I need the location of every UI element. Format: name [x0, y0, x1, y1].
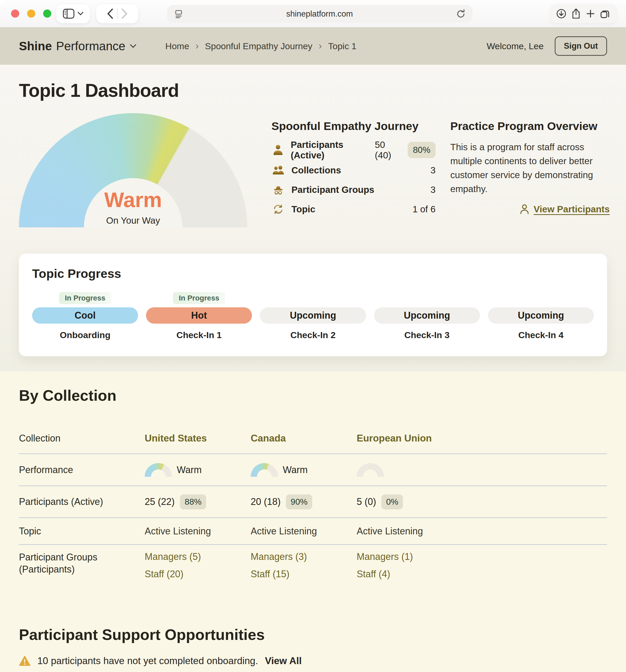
- column-header-eu[interactable]: European Union: [357, 433, 607, 444]
- stage-pill-hot[interactable]: Hot: [146, 307, 252, 323]
- sign-out-button[interactable]: Sign Out: [555, 36, 607, 56]
- tab-overview-icon[interactable]: [600, 8, 611, 19]
- back-button[interactable]: [106, 8, 114, 19]
- new-tab-icon[interactable]: [586, 9, 595, 18]
- group-link[interactable]: Staff (15): [251, 569, 357, 580]
- row-label: Performance: [19, 464, 122, 476]
- stage-pill-upcoming[interactable]: Upcoming: [374, 307, 480, 323]
- participants-pct-badge: 88%: [180, 495, 206, 509]
- brand-menu[interactable]: Shine Performance: [19, 39, 136, 53]
- downloads-icon[interactable]: [556, 8, 567, 19]
- incognito-icon: [271, 184, 285, 196]
- stat-badge: 80%: [408, 142, 435, 158]
- support-message: 10 participants have not yet completed o…: [37, 655, 258, 667]
- topic-progress-card: Topic Progress In Progress Cool Onboardi…: [19, 254, 607, 356]
- stat-row-groups: Participant Groups 3: [271, 180, 435, 199]
- repeat-icon: [271, 203, 285, 215]
- participants-cell-us: 25 (22) 88%: [145, 495, 251, 509]
- topic-progress-title: Topic Progress: [32, 266, 594, 282]
- brand-name-primary: Shine: [19, 39, 52, 53]
- journey-stats: Spoonful Empathy Journey Participants (A…: [271, 120, 435, 219]
- stage-pill-upcoming[interactable]: Upcoming: [260, 307, 366, 323]
- overview-title: Practice Program Overview: [450, 120, 610, 133]
- brand-name-secondary: Performance: [56, 39, 125, 53]
- row-label: Topic: [19, 525, 122, 537]
- table-row-groups: Participant Groups (Participants) Manage…: [19, 545, 607, 591]
- browser-chrome: shineplatform.com: [0, 0, 626, 27]
- performance-label: Warm: [177, 464, 202, 476]
- browser-window: shineplatform.com Shine Performance: [0, 0, 626, 672]
- mini-gauge: [357, 463, 384, 477]
- groups-cell-us: Managers (5) Staff (20): [145, 551, 251, 586]
- toolbar-right: [550, 4, 617, 23]
- status-badge: In Progress: [173, 292, 225, 304]
- row-label: Collection: [19, 432, 122, 445]
- group-link[interactable]: Staff (4): [357, 569, 607, 580]
- stage-label: Check-In 4: [488, 330, 594, 340]
- stat-value: 3: [431, 165, 435, 175]
- table-row-performance: Performance Warm Warm: [19, 454, 607, 486]
- close-window-button[interactable]: [11, 9, 19, 18]
- breadcrumb-topic[interactable]: Topic 1: [328, 41, 357, 51]
- sidebar-toggle-button[interactable]: [56, 4, 90, 23]
- group-link[interactable]: Managers (5): [145, 551, 251, 562]
- participants-cell-eu: 5 (0) 0%: [357, 495, 607, 509]
- stage-label: Check-In 2: [260, 330, 366, 340]
- warning-icon: [19, 656, 30, 666]
- stage-label: Onboarding: [32, 330, 138, 340]
- breadcrumb-journey[interactable]: Spoonful Empathy Journey: [205, 41, 312, 51]
- breadcrumb-separator-icon: ›: [195, 41, 199, 52]
- view-all-link[interactable]: View All: [265, 655, 302, 667]
- participants-pct-badge: 90%: [286, 495, 312, 509]
- share-icon[interactable]: [571, 8, 581, 19]
- participants-value: 5 (0): [357, 496, 376, 507]
- group-link[interactable]: Managers (1): [357, 551, 607, 562]
- breadcrumb-home[interactable]: Home: [166, 41, 190, 51]
- people-icon: [271, 164, 285, 176]
- table-row-collection: Collection United States Canada European…: [19, 423, 607, 454]
- nav-buttons: [96, 4, 139, 23]
- table-row-participants: Participants (Active) 25 (22) 88% 20 (18…: [19, 486, 607, 518]
- support-title: Participant Support Opportunities: [19, 625, 607, 644]
- url-text[interactable]: shineplatform.com: [183, 9, 456, 19]
- mini-gauge: [251, 463, 278, 477]
- performance-cell-canada: Warm: [251, 463, 357, 477]
- chevron-down-icon: [130, 44, 136, 48]
- performance-cell-eu: [357, 463, 607, 477]
- column-header-us[interactable]: United States: [145, 433, 251, 444]
- stat-label: Topic: [292, 204, 316, 214]
- breadcrumb-separator-icon: ›: [319, 41, 322, 52]
- reader-view-icon[interactable]: [174, 9, 183, 19]
- dashboard-hero: Topic 1 Dashboard Warm On Your Way Spoon…: [0, 65, 626, 371]
- row-label: Participants (Active): [19, 496, 122, 508]
- stage-label: Check-In 1: [146, 330, 252, 340]
- stat-label: Participant Groups: [292, 185, 374, 195]
- zoom-window-button[interactable]: [43, 9, 51, 18]
- column-header-canada[interactable]: Canada: [251, 433, 357, 444]
- stage-pill-cool[interactable]: Cool: [32, 307, 138, 323]
- minimize-window-button[interactable]: [27, 9, 35, 18]
- row-label: Participant Groups (Participants): [19, 551, 122, 575]
- stat-value: 50 (40): [375, 140, 402, 161]
- groups-cell-canada: Managers (3) Staff (15): [251, 551, 357, 586]
- view-participants-link[interactable]: View Participants: [534, 204, 610, 214]
- stage-checkin-4: Upcoming Check-In 4: [488, 292, 594, 340]
- performance-gauge: Warm On Your Way: [19, 113, 247, 228]
- stage-onboarding: In Progress Cool Onboarding: [32, 292, 138, 340]
- forward-button[interactable]: [121, 8, 128, 19]
- stat-row-topic: Topic 1 of 6: [271, 199, 435, 219]
- table-row-topic: Topic Active Listening Active Listening …: [19, 518, 607, 545]
- person-icon: [271, 144, 284, 156]
- group-link[interactable]: Managers (3): [251, 551, 357, 562]
- gauge-sublabel: On Your Way: [19, 215, 247, 226]
- address-bar[interactable]: shineplatform.com: [167, 5, 472, 23]
- reload-icon[interactable]: [456, 9, 466, 19]
- group-link[interactable]: Staff (20): [145, 569, 251, 580]
- stat-value: 1 of 6: [412, 204, 435, 214]
- breadcrumb: Home › Spoonful Empathy Journey › Topic …: [166, 41, 357, 52]
- person-outline-icon: [520, 203, 529, 215]
- stage-pill-upcoming[interactable]: Upcoming: [488, 307, 594, 323]
- participants-value: 20 (18): [251, 496, 281, 507]
- topic-cell-us: Active Listening: [145, 526, 251, 537]
- stat-row-participants: Participants (Active) 50 (40) 80%: [271, 140, 435, 161]
